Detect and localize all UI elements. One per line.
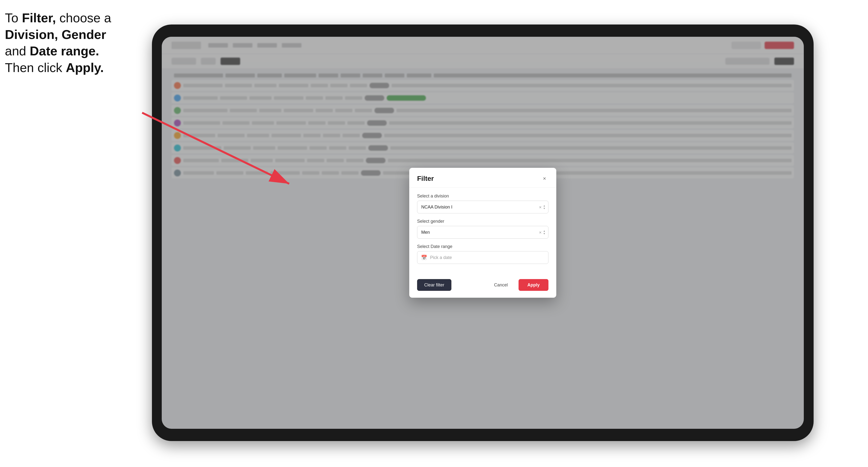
gender-arrow-icon: ▲ ▼ xyxy=(543,230,546,235)
footer-right: Cancel Apply xyxy=(487,279,549,291)
instruction-line2: Division, Gender xyxy=(5,27,106,42)
date-placeholder: Pick a date xyxy=(430,255,452,260)
tablet-frame: Filter × Select a division NCAA Division… xyxy=(152,25,814,441)
calendar-icon: 📅 xyxy=(421,255,427,260)
date-input[interactable]: Pick a date xyxy=(417,251,549,264)
modal-header: Filter × xyxy=(409,168,556,188)
clear-filter-button[interactable]: Clear filter xyxy=(417,279,452,291)
division-select-wrapper: NCAA Division I × ▲ ▼ xyxy=(417,201,549,213)
gender-label: Select gender xyxy=(417,219,549,224)
apply-button[interactable]: Apply xyxy=(519,279,549,291)
gender-select-wrapper: Men × ▲ ▼ xyxy=(417,226,549,239)
modal-body: Select a division NCAA Division I × ▲ ▼ xyxy=(409,188,556,275)
modal-title: Filter xyxy=(417,175,434,183)
instruction-line4: Then click Apply. xyxy=(5,61,104,75)
modal-close-button[interactable]: × xyxy=(540,175,549,183)
date-group: Select Date range 📅 Pick a date xyxy=(417,244,549,264)
gender-select[interactable]: Men xyxy=(417,226,549,239)
tablet-screen: Filter × Select a division NCAA Division… xyxy=(162,37,804,429)
division-select[interactable]: NCAA Division I xyxy=(417,201,549,213)
date-field-wrapper: 📅 Pick a date xyxy=(417,251,549,264)
instruction-line3: and Date range. xyxy=(5,44,99,58)
division-group: Select a division NCAA Division I × ▲ ▼ xyxy=(417,193,549,213)
cancel-button[interactable]: Cancel xyxy=(487,279,515,291)
division-label: Select a division xyxy=(417,193,549,199)
filter-modal: Filter × Select a division NCAA Division… xyxy=(409,168,556,298)
gender-clear-icon[interactable]: × xyxy=(539,230,542,235)
division-select-icons: × ▲ ▼ xyxy=(539,205,546,210)
date-label: Select Date range xyxy=(417,244,549,249)
gender-group: Select gender Men × ▲ ▼ xyxy=(417,219,549,239)
gender-select-icons: × ▲ ▼ xyxy=(539,230,546,235)
division-arrow-icon: ▲ ▼ xyxy=(543,205,546,210)
modal-footer: Clear filter Cancel Apply xyxy=(409,275,556,298)
instruction-text: To Filter, choose a Division, Gender and… xyxy=(5,10,147,76)
division-clear-icon[interactable]: × xyxy=(539,205,542,209)
modal-overlay: Filter × Select a division NCAA Division… xyxy=(162,37,804,429)
instruction-line1: To Filter, choose a xyxy=(5,11,111,25)
